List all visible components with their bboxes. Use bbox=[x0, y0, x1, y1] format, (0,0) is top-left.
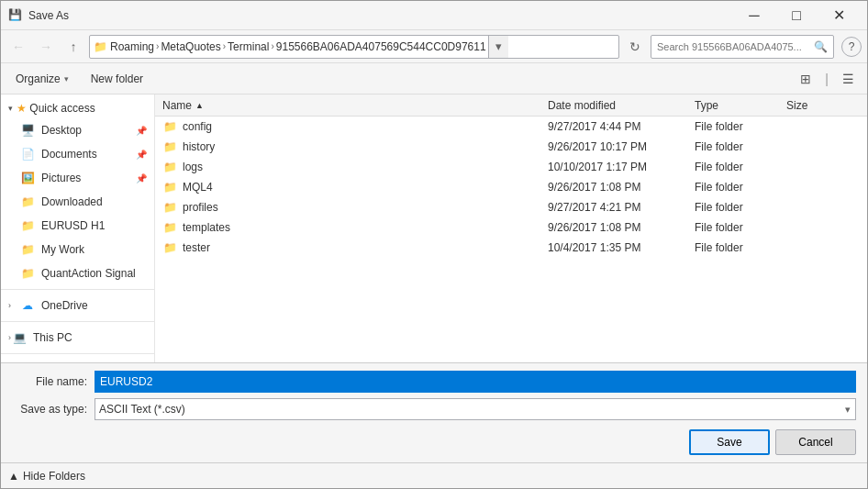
filename-input[interactable] bbox=[95, 371, 856, 393]
downloaded-folder-icon: 📁 bbox=[19, 194, 36, 210]
file-date: 10/10/2017 1:17 PM bbox=[548, 161, 695, 173]
folder-icon: 📁 bbox=[162, 160, 177, 174]
organize-button[interactable]: Organize ▾ bbox=[8, 67, 76, 91]
file-date: 10/4/2017 1:35 PM bbox=[548, 241, 695, 254]
address-toolbar: ← → ↑ 📁 Roaming › MetaQuotes › Terminal … bbox=[1, 30, 867, 63]
view-list-button[interactable]: ☰ bbox=[836, 67, 860, 91]
address-dropdown-button[interactable]: ▾ bbox=[488, 35, 508, 59]
file-date: 9/26/2017 1:08 PM bbox=[548, 221, 695, 234]
sidebar-item-eurusd-label: EURUSD H1 bbox=[41, 219, 147, 232]
up-button[interactable]: ↑ bbox=[61, 35, 85, 59]
file-name: logs bbox=[183, 161, 203, 173]
table-row[interactable]: 📁 config 9/27/2017 4:44 PM File folder bbox=[155, 117, 867, 137]
file-list: Name ▲ Date modified Type Size 📁 config … bbox=[155, 94, 867, 362]
sidebar-item-my-work-label: My Work bbox=[41, 243, 147, 256]
sidebar-item-onedrive-label: OneDrive bbox=[41, 299, 147, 312]
cancel-button[interactable]: Cancel bbox=[775, 429, 856, 455]
view-divider: | bbox=[825, 72, 829, 86]
sort-arrow-icon: ▲ bbox=[195, 101, 204, 110]
help-button[interactable]: ? bbox=[841, 37, 862, 57]
table-row[interactable]: 📁 templates 9/26/2017 1:08 PM File folde… bbox=[155, 217, 867, 238]
col-header-date[interactable]: Date modified bbox=[548, 99, 695, 112]
maximize-button[interactable]: □ bbox=[775, 1, 818, 30]
address-bar[interactable]: 📁 Roaming › MetaQuotes › Terminal › 9155… bbox=[89, 35, 619, 59]
sidebar-section-quick-access: ▾ ★ Quick access 🖥️ Desktop 📌 📄 Document… bbox=[1, 98, 154, 285]
desktop-pin-icon: 📌 bbox=[136, 126, 147, 136]
file-name: templates bbox=[183, 221, 230, 234]
sidebar-section-network: › 🌐 Network bbox=[1, 358, 154, 362]
filename-row: File name: bbox=[12, 371, 856, 393]
minimize-button[interactable]: ─ bbox=[733, 1, 775, 30]
sidebar-item-thispc[interactable]: › 💻 This PC bbox=[1, 326, 154, 350]
pictures-pin-icon: 📌 bbox=[136, 173, 147, 183]
folder-icon: 📁 bbox=[162, 180, 177, 194]
table-row[interactable]: 📁 logs 10/10/2017 1:17 PM File folder bbox=[155, 157, 867, 177]
organize-chevron-icon: ▾ bbox=[64, 74, 69, 83]
table-row[interactable]: 📁 profiles 9/27/2017 4:21 PM File folder bbox=[155, 197, 867, 217]
folder-icon: 📁 bbox=[94, 40, 106, 53]
sidebar: ▾ ★ Quick access 🖥️ Desktop 📌 📄 Document… bbox=[1, 94, 155, 362]
search-input[interactable] bbox=[657, 41, 814, 52]
col-header-type[interactable]: Type bbox=[695, 99, 786, 112]
sidebar-item-desktop[interactable]: 🖥️ Desktop 📌 bbox=[1, 118, 154, 142]
file-name: history bbox=[183, 140, 215, 153]
filetype-row: Save as type: ASCII Text (*.csv) CSV (*.… bbox=[12, 398, 856, 420]
save-button[interactable]: Save bbox=[689, 429, 770, 455]
quick-access-star-icon: ★ bbox=[17, 102, 27, 115]
sidebar-item-pictures-label: Pictures bbox=[41, 172, 134, 184]
window-icon: 💾 bbox=[8, 8, 23, 23]
file-type: File folder bbox=[695, 181, 786, 194]
desktop-icon: 🖥️ bbox=[19, 122, 36, 139]
sidebar-item-thispc-label: This PC bbox=[33, 331, 147, 344]
filetype-label: Save as type: bbox=[12, 403, 95, 416]
filetype-select-wrap: ASCII Text (*.csv) CSV (*.csv) Text (*.t… bbox=[95, 398, 856, 420]
bottom-panel: File name: Save as type: ASCII Text (*.c… bbox=[1, 362, 867, 462]
view-options-button[interactable]: ⊞ bbox=[794, 67, 818, 91]
sidebar-item-documents[interactable]: 📄 Documents 📌 bbox=[1, 142, 154, 166]
hide-folders-button[interactable]: ▲ Hide Folders bbox=[8, 470, 85, 483]
sidebar-item-downloaded[interactable]: 📁 Downloaded bbox=[1, 190, 154, 214]
sidebar-item-eurusd-h1[interactable]: 📁 EURUSD H1 bbox=[1, 214, 154, 238]
sidebar-divider-2 bbox=[1, 321, 154, 322]
refresh-button[interactable]: ↻ bbox=[623, 35, 647, 59]
sidebar-item-quantaction-signal[interactable]: 📁 QuantAction Signal bbox=[1, 261, 154, 285]
sidebar-section-thispc: › 💻 This PC bbox=[1, 326, 154, 350]
table-row[interactable]: 📁 MQL4 9/26/2017 1:08 PM File folder bbox=[155, 177, 867, 197]
hide-folders-arrow-icon: ▲ bbox=[8, 470, 19, 483]
sidebar-item-pictures[interactable]: 🖼️ Pictures 📌 bbox=[1, 166, 154, 190]
sidebar-item-documents-label: Documents bbox=[41, 148, 134, 161]
forward-button[interactable]: → bbox=[34, 35, 58, 59]
sidebar-item-downloaded-label: Downloaded bbox=[41, 195, 147, 208]
col-header-name[interactable]: Name ▲ bbox=[162, 99, 548, 112]
file-type: File folder bbox=[695, 161, 786, 173]
close-button[interactable]: ✕ bbox=[818, 1, 860, 30]
file-name: config bbox=[183, 120, 212, 133]
sidebar-item-my-work[interactable]: 📁 My Work bbox=[1, 238, 154, 261]
sidebar-item-onedrive[interactable]: › ☁ OneDrive bbox=[1, 294, 154, 317]
table-row[interactable]: 📁 tester 10/4/2017 1:35 PM File folder bbox=[155, 238, 867, 258]
sidebar-section-header-quick-access[interactable]: ▾ ★ Quick access bbox=[1, 98, 154, 118]
filename-label: File name: bbox=[12, 375, 95, 388]
folder-icon: 📁 bbox=[162, 200, 177, 215]
table-row[interactable]: 📁 history 9/26/2017 10:17 PM File folder bbox=[155, 137, 867, 157]
documents-icon: 📄 bbox=[19, 146, 36, 162]
search-box: 🔍 bbox=[651, 35, 834, 59]
new-folder-button[interactable]: New folder bbox=[83, 67, 150, 91]
my-work-folder-icon: 📁 bbox=[19, 241, 36, 258]
filetype-select[interactable]: ASCII Text (*.csv) CSV (*.csv) Text (*.t… bbox=[95, 398, 856, 420]
file-type: File folder bbox=[695, 120, 786, 133]
file-type: File folder bbox=[695, 241, 786, 254]
sidebar-item-network[interactable]: › 🌐 Network bbox=[1, 358, 154, 362]
sidebar-item-quantaction-label: QuantAction Signal bbox=[41, 267, 147, 280]
file-date: 9/26/2017 10:17 PM bbox=[548, 140, 695, 153]
folder-icon: 📁 bbox=[162, 220, 177, 235]
back-button[interactable]: ← bbox=[6, 35, 30, 59]
organize-label: Organize bbox=[16, 72, 61, 85]
quick-access-chevron-icon: ▾ bbox=[8, 104, 13, 113]
titlebar-controls: ─ □ ✕ bbox=[733, 1, 860, 30]
documents-pin-icon: 📌 bbox=[136, 150, 147, 160]
eurusd-folder-icon: 📁 bbox=[19, 217, 36, 234]
file-type: File folder bbox=[695, 140, 786, 153]
quick-access-label: Quick access bbox=[29, 102, 95, 115]
col-header-size[interactable]: Size bbox=[786, 99, 860, 112]
